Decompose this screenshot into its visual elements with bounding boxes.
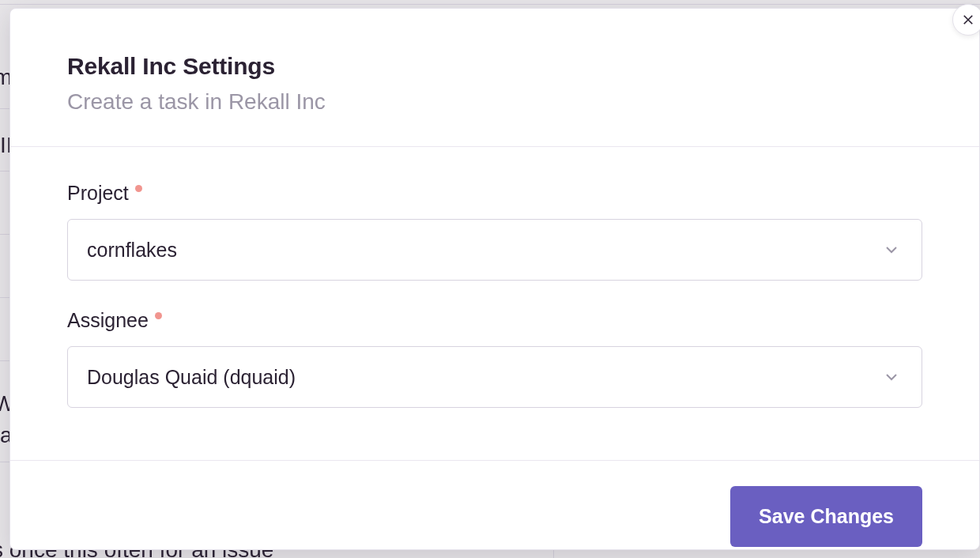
close-icon bbox=[961, 13, 975, 27]
modal-title: Rekall Inc Settings bbox=[67, 53, 922, 80]
modal-header: Rekall Inc Settings Create a task in Rek… bbox=[10, 9, 979, 147]
assignee-select[interactable]: Douglas Quaid (dquaid) bbox=[67, 346, 922, 408]
close-button[interactable] bbox=[952, 4, 980, 36]
bg-divider bbox=[0, 4, 980, 5]
assignee-field: Assignee Douglas Quaid (dquaid) bbox=[67, 309, 922, 408]
project-field: Project cornflakes bbox=[67, 182, 922, 281]
settings-modal: Rekall Inc Settings Create a task in Rek… bbox=[9, 8, 980, 550]
project-select-value: cornflakes bbox=[87, 239, 177, 262]
project-label: Project bbox=[67, 182, 142, 205]
modal-subtitle: Create a task in Rekall Inc bbox=[67, 89, 922, 115]
modal-body: Project cornflakes Assignee Douglas Quai… bbox=[10, 147, 979, 461]
required-indicator-icon bbox=[155, 312, 162, 319]
save-changes-button[interactable]: Save Changes bbox=[730, 486, 922, 547]
project-label-text: Project bbox=[67, 182, 129, 205]
modal-footer: Save Changes bbox=[10, 461, 979, 558]
assignee-label: Assignee bbox=[67, 309, 162, 332]
project-select[interactable]: cornflakes bbox=[67, 219, 922, 281]
assignee-label-text: Assignee bbox=[67, 309, 149, 332]
chevron-down-icon bbox=[882, 368, 901, 386]
assignee-select-value: Douglas Quaid (dquaid) bbox=[87, 366, 296, 389]
chevron-down-icon bbox=[882, 240, 901, 259]
required-indicator-icon bbox=[135, 185, 142, 192]
